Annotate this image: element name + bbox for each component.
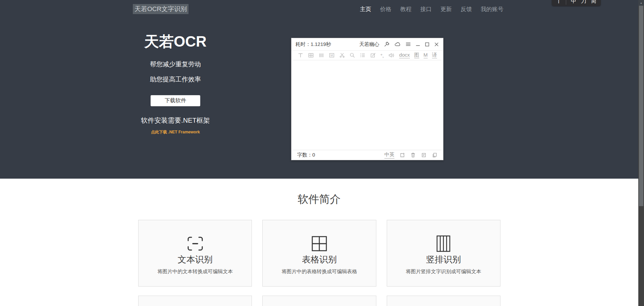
trash-icon[interactable] bbox=[410, 152, 416, 158]
net-framework-link[interactable]: 点此下载 .NET Framework bbox=[151, 129, 200, 135]
nav-feedback[interactable]: 反馈 bbox=[461, 5, 472, 13]
image-mode-button[interactable]: 图 bbox=[414, 52, 419, 59]
pin-icon[interactable] bbox=[384, 41, 390, 47]
card-description: 将图片中的表格转换成可编辑表格 bbox=[263, 268, 376, 275]
card-text-recognition: 文本识别 将图片中的文本转换成可编辑文本 bbox=[138, 220, 252, 287]
hero-title: 天若OCR bbox=[116, 33, 234, 51]
brand-label: 天若幽心 bbox=[359, 41, 379, 48]
hero-subtitle-1: 帮您减少重复劳动 bbox=[116, 60, 234, 69]
new-note-icon[interactable] bbox=[399, 152, 405, 158]
ocr-titlebar[interactable]: 耗时：1.1219秒 天若幽心 bbox=[291, 38, 443, 51]
vertical-bars-icon[interactable] bbox=[318, 52, 324, 58]
copy-icon[interactable] bbox=[432, 152, 437, 158]
card-title: 竖排识别 bbox=[387, 254, 500, 265]
table-grid-icon[interactable] bbox=[308, 52, 314, 58]
speaker-icon[interactable] bbox=[388, 52, 395, 58]
card-table-recognition: 表格识别 将图片中的表格转换成可编辑表格 bbox=[262, 220, 376, 287]
translate-widget-option-2[interactable]: 中 bbox=[571, 0, 576, 5]
m-box-icon[interactable]: M bbox=[329, 52, 335, 58]
card-title: 文本识别 bbox=[139, 254, 252, 265]
text-select-icon[interactable] bbox=[298, 52, 304, 58]
hero-section: 天若OCR文字识别 主页 价格 教程 接口 更新 反馈 我的账号 天若OCR 帮… bbox=[0, 0, 638, 179]
feature-cards-row: 文本识别 将图片中的文本转换成可编辑文本 表格识别 将图片中的表格转换成可编辑表… bbox=[138, 220, 500, 287]
elapsed-time-label: 耗时：1.1219秒 bbox=[296, 41, 331, 48]
close-icon[interactable] bbox=[434, 42, 439, 47]
punctuation-icon[interactable]: °, bbox=[380, 53, 384, 58]
scrollbar[interactable]: ▲ bbox=[638, 0, 644, 306]
translate-widget: 丨 中 刀 简 bbox=[552, 0, 601, 6]
section-heading: 软件简介 bbox=[0, 192, 638, 207]
ocr-toolbar: M bbox=[293, 51, 441, 60]
cloud-icon[interactable] bbox=[394, 41, 401, 47]
scissors-icon[interactable] bbox=[339, 52, 345, 58]
hero-subtitle-2: 助您提高工作效率 bbox=[116, 75, 234, 84]
screenshot-region-icon bbox=[187, 236, 203, 251]
card-description: 将图片中的文本转换成可编辑文本 bbox=[139, 268, 252, 275]
vertical-columns-icon bbox=[436, 235, 450, 252]
page: 天若OCR文字识别 主页 价格 教程 接口 更新 反馈 我的账号 天若OCR 帮… bbox=[0, 0, 644, 306]
card-vertical-recognition: 竖排识别 将图片竖排文字识别成可编辑文本 bbox=[387, 220, 500, 287]
nav-updates[interactable]: 更新 bbox=[440, 5, 452, 13]
card-partial bbox=[138, 296, 252, 306]
nav-home[interactable]: 主页 bbox=[360, 5, 371, 13]
translate-widget-option-1[interactable]: 丨 bbox=[556, 0, 566, 5]
nav-tutorial[interactable]: 教程 bbox=[400, 5, 412, 13]
markdown-mode-button[interactable]: M bbox=[424, 52, 428, 59]
main-nav: 主页 价格 教程 接口 更新 反馈 我的账号 bbox=[360, 5, 503, 13]
menu-icon[interactable] bbox=[405, 41, 411, 47]
nav-account[interactable]: 我的账号 bbox=[481, 5, 503, 13]
card-partial bbox=[262, 296, 376, 306]
download-button[interactable]: 下载软件 bbox=[151, 95, 200, 106]
edit-icon[interactable] bbox=[370, 52, 376, 58]
net-framework-note: 软件安装需要.NET框架 bbox=[116, 116, 234, 125]
feature-cards-row-partial bbox=[138, 296, 500, 306]
language-toggle[interactable]: 中英 bbox=[384, 151, 394, 159]
card-description: 将图片竖排文字识别成可编辑文本 bbox=[387, 268, 500, 275]
card-title: 表格识别 bbox=[263, 254, 376, 265]
maximize-icon[interactable] bbox=[425, 42, 430, 47]
minimize-icon[interactable] bbox=[416, 42, 420, 47]
translate-widget-option-4[interactable]: 简 bbox=[591, 0, 596, 5]
card-partial bbox=[387, 296, 500, 306]
site-logo[interactable]: 天若OCR文字识别 bbox=[133, 4, 189, 14]
note-lines-icon[interactable] bbox=[421, 152, 427, 158]
scrollbar-thumb[interactable] bbox=[639, 6, 643, 206]
ocr-app-window: 耗时：1.1219秒 天若幽心 bbox=[291, 38, 443, 160]
word-count-label: 字数：0 bbox=[297, 152, 315, 158]
scroll-up-arrow-icon[interactable]: ▲ bbox=[638, 0, 644, 6]
list-icon[interactable] bbox=[360, 52, 366, 58]
docx-export-button[interactable]: docx bbox=[399, 52, 410, 59]
intro-section: 软件简介 文本识别 将图片中的文本转换成可编辑文本 bbox=[0, 179, 638, 306]
hero-copy: 天若OCR 帮您减少重复劳动 助您提高工作效率 下载软件 软件安装需要.NET框… bbox=[116, 33, 234, 135]
svg-text:M: M bbox=[330, 54, 333, 57]
nav-pricing[interactable]: 价格 bbox=[380, 5, 391, 13]
translate-widget-option-3[interactable]: 刀 bbox=[581, 0, 586, 5]
translate-button[interactable]: 译 bbox=[432, 52, 437, 59]
table-grid-icon bbox=[312, 236, 327, 251]
ocr-result-area[interactable] bbox=[291, 60, 443, 150]
ocr-statusbar: 字数：0 中英 bbox=[293, 150, 441, 160]
search-icon[interactable] bbox=[349, 52, 355, 58]
nav-api[interactable]: 接口 bbox=[420, 5, 432, 13]
